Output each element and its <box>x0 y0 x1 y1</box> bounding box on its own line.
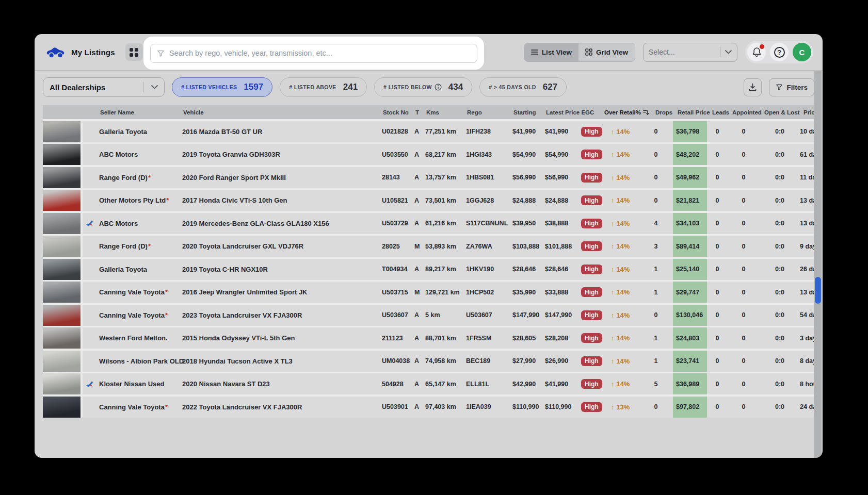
column-header-seller-name[interactable]: Seller Name <box>100 109 183 116</box>
search-input[interactable] <box>169 49 471 57</box>
column-header-over-retail[interactable]: Over Retail% <box>604 109 655 116</box>
starting-price: $24,888 <box>512 197 545 204</box>
stat-pill-listed-above[interactable]: # LISTED ABOVE 241 <box>280 77 367 97</box>
notification-badge-dot <box>760 44 764 49</box>
column-header-retail-price[interactable]: Retail Price <box>678 109 712 116</box>
filters-button[interactable]: Filters <box>769 78 814 96</box>
apps-grid-button[interactable] <box>125 43 143 61</box>
column-header-vehicle[interactable]: Vehicle <box>183 109 383 116</box>
help-button[interactable]: ? <box>770 43 789 61</box>
retail-price-cell: $36,989 <box>673 373 707 394</box>
table-row[interactable]: ABC Motors 2019 Toyota Granvia GDH303R U… <box>43 144 814 165</box>
scrollbar-thumb[interactable] <box>815 277 821 304</box>
open-and-lost: 0:0 <box>760 197 800 204</box>
vehicle-title: 2019 Toyota C-HR NGX10R <box>182 266 382 273</box>
stat-value: 434 <box>448 82 463 92</box>
table-row[interactable]: Other Motors Pty Ltd* 2017 Honda Civic V… <box>43 190 814 211</box>
latest-price-egc: $28,208 <box>545 335 581 342</box>
kms: 88,701 km <box>425 335 466 342</box>
appointed-count: 0 <box>728 335 760 342</box>
search-bar[interactable] <box>150 44 477 63</box>
dealership-selector[interactable]: All Dealerships <box>43 77 165 97</box>
leads-count: 0 <box>707 311 728 319</box>
row-flag-slot <box>83 403 99 410</box>
open-and-lost: 0:0 <box>760 174 800 181</box>
high-badge: High <box>581 402 602 412</box>
arrow-up-icon: ↑ <box>611 334 615 342</box>
column-header-open-and-lost[interactable]: Open & Lost <box>764 109 803 116</box>
rego: 1GGJ628 <box>466 197 512 204</box>
table-row[interactable]: Range Ford (D)* 2020 Toyota Landcruiser … <box>43 236 814 257</box>
over-retail-percent: ↑ 14% <box>611 334 630 342</box>
row-flag-slot <box>83 128 99 135</box>
column-header-drops[interactable]: Drops <box>655 109 678 116</box>
over-retail-cell: High ↑ 14% <box>581 195 647 205</box>
table-row[interactable]: Western Ford Melton. 2015 Honda Odyssey … <box>43 327 814 349</box>
stat-pill-listed-vehicles[interactable]: # LISTED VEHICLES 1597 <box>172 77 272 97</box>
transmission: A <box>414 381 425 388</box>
column-header-kms[interactable]: Kms <box>426 109 467 116</box>
column-header-over-retail-label: Over Retail% <box>604 109 641 116</box>
over-retail-cell: High ↑ 14% <box>581 127 647 137</box>
stock-no: T004934 <box>382 266 414 273</box>
table-row[interactable]: Canning Vale Toyota* 2016 Jeep Wrangler … <box>43 282 814 303</box>
open-and-lost: 0:0 <box>760 151 800 158</box>
column-header-latest-price-egc[interactable]: Latest Price EGC <box>546 109 604 116</box>
column-header-price-updated[interactable]: Price Updated <box>803 109 814 116</box>
row-flag-slot <box>83 311 99 319</box>
table-row-body: Western Ford Melton. 2015 Honda Odyssey … <box>83 327 814 349</box>
column-header-stock-no[interactable]: Stock No <box>383 109 415 116</box>
select-dropdown[interactable]: Select... <box>643 43 737 62</box>
table-row[interactable]: Kloster Nissan Used 2020 Nissan Navara S… <box>43 373 814 394</box>
stock-no: U021828 <box>382 128 414 135</box>
vehicle-thumbnail <box>43 397 81 418</box>
over-retail-cell: High ↑ 14% <box>581 150 647 159</box>
price-updated: 61 days <box>800 151 814 158</box>
arrow-up-icon: ↑ <box>611 380 615 388</box>
column-header-rego[interactable]: Rego <box>467 109 513 116</box>
table-row[interactable]: Galleria Toyota 2016 Mazda BT-50 GT UR U… <box>43 121 814 142</box>
grid-view-button[interactable]: Grid View <box>578 43 635 61</box>
column-header-starting[interactable]: Starting <box>513 109 546 116</box>
row-flag-slot <box>83 335 99 342</box>
high-badge: High <box>581 219 602 228</box>
seller-name: Galleria Toyota <box>99 266 182 273</box>
column-header-leads[interactable]: Leads <box>712 109 732 116</box>
table-row[interactable]: Canning Vale Toyota* 2022 Toyota Landcru… <box>43 397 814 418</box>
vertical-scrollbar[interactable] <box>814 71 822 458</box>
vehicle-thumbnail <box>43 167 81 188</box>
table-row-body: Galleria Toyota 2016 Mazda BT-50 GT UR U… <box>83 121 814 142</box>
over-retail-value: 14% <box>616 311 630 319</box>
latest-price-egc: $41,990 <box>545 128 581 135</box>
high-badge: High <box>581 310 602 320</box>
search-highlight <box>143 37 484 70</box>
stat-pill-listed-below[interactable]: # LISTED BELOW 434 <box>374 77 472 97</box>
transmission: A <box>414 174 425 181</box>
notifications-button[interactable] <box>747 43 766 61</box>
transmission: M <box>414 243 425 250</box>
rego: S117CBNUNL <box>466 220 512 227</box>
column-header-transmission[interactable]: T <box>415 109 426 116</box>
seller-name: Galleria Toyota <box>99 128 182 136</box>
kms: 68,217 km <box>425 151 466 158</box>
drops-count: 0 <box>647 311 665 319</box>
table-row[interactable]: Range Ford (D)* 2020 Ford Ranger Sport P… <box>43 167 814 188</box>
transmission: A <box>414 128 425 135</box>
download-button[interactable] <box>744 78 762 96</box>
table-row[interactable]: Canning Vale Toyota* 2023 Toyota Landcru… <box>43 305 814 326</box>
vehicle-title: 2016 Jeep Wrangler Unlimited Sport JK <box>182 288 382 296</box>
user-avatar[interactable]: C <box>793 43 811 61</box>
table-row[interactable]: ABC Motors 2019 Mercedes-Benz GLA-Class … <box>43 213 814 234</box>
table-row[interactable]: Wilsons - Albion Park OLD 2018 Hyundai T… <box>43 351 814 372</box>
rego: 1HKV190 <box>466 266 512 273</box>
starting-price: $110,990 <box>512 403 545 410</box>
appointed-count: 0 <box>728 311 760 319</box>
list-view-button[interactable]: List View <box>524 43 578 61</box>
table-row[interactable]: Galleria Toyota 2019 Toyota C-HR NGX10R … <box>43 259 814 280</box>
vehicle-title: 2017 Honda Civic VTi-S 10th Gen <box>182 196 382 204</box>
over-retail-cell: High ↑ 14% <box>581 265 647 274</box>
column-header-appointed[interactable]: Appointed <box>732 109 764 116</box>
starting-price: $147,990 <box>512 311 545 319</box>
high-badge: High <box>581 356 602 366</box>
stat-pill-45-days-old[interactable]: # > 45 DAYS OLD 627 <box>479 77 567 97</box>
